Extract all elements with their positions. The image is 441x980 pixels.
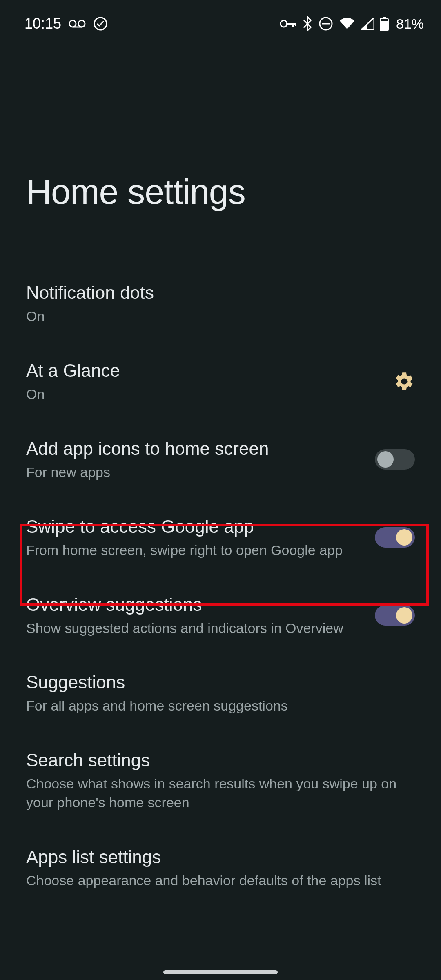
svg-point-1: [78, 20, 85, 27]
setting-suggestions[interactable]: Suggestions For all apps and home screen…: [0, 655, 441, 733]
voicemail-icon: [69, 19, 86, 29]
setting-title: At a Glance: [26, 359, 381, 382]
setting-add-icons[interactable]: Add app icons to home screen For new app…: [0, 421, 441, 499]
setting-title: Swipe to access Google app: [26, 515, 363, 538]
checkmark-circle-icon: [93, 16, 108, 31]
toggle-add-icons[interactable]: [375, 449, 415, 470]
setting-text: Search settings Choose what shows in sea…: [26, 749, 415, 812]
setting-subtitle: On: [26, 385, 381, 404]
setting-title: Apps list settings: [26, 846, 403, 868]
signal-icon: [361, 18, 374, 30]
setting-apps-list[interactable]: Apps list settings Choose appearance and…: [0, 829, 441, 907]
bluetooth-icon: [302, 16, 313, 31]
svg-rect-7: [295, 23, 296, 26]
setting-text: Add app icons to home screen For new app…: [26, 437, 375, 482]
setting-text: Swipe to access Google app From home scr…: [26, 515, 375, 560]
setting-search-settings[interactable]: Search settings Choose what shows in sea…: [0, 733, 441, 829]
svg-rect-12: [380, 21, 388, 31]
setting-text: Suggestions For all apps and home screen…: [26, 671, 415, 715]
status-right: 81%: [280, 16, 424, 32]
setting-notification-dots[interactable]: Notification dots On: [0, 265, 441, 343]
setting-title: Overview suggestions: [26, 593, 363, 616]
setting-title: Suggestions: [26, 671, 403, 693]
battery-percentage: 81%: [396, 16, 424, 32]
gear-icon[interactable]: [394, 371, 415, 392]
setting-subtitle: Show suggested actions and indicators in…: [26, 619, 363, 638]
setting-text: At a Glance On: [26, 359, 394, 404]
setting-subtitle: On: [26, 307, 403, 326]
battery-icon: [380, 17, 389, 31]
setting-subtitle: For all apps and home screen suggestions: [26, 697, 403, 715]
key-icon: [280, 19, 296, 28]
setting-text: Apps list settings Choose appearance and…: [26, 846, 415, 890]
svg-point-0: [69, 20, 76, 27]
setting-swipe-google[interactable]: Swipe to access Google app From home scr…: [0, 499, 441, 577]
page-title: Home settings: [0, 37, 441, 212]
svg-point-4: [281, 20, 287, 27]
setting-overview-suggestions[interactable]: Overview suggestions Show suggested acti…: [0, 577, 441, 655]
toggle-swipe-google[interactable]: [375, 527, 415, 548]
setting-subtitle: Choose appearance and behavior defaults …: [26, 871, 403, 890]
settings-list: Notification dots On At a Glance On Add …: [0, 212, 441, 907]
dnd-icon: [318, 16, 333, 31]
setting-at-a-glance[interactable]: At a Glance On: [0, 343, 441, 421]
svg-rect-6: [292, 23, 294, 27]
setting-subtitle: For new apps: [26, 463, 363, 482]
status-time: 10:15: [24, 15, 61, 32]
status-bar: 10:15 81%: [0, 0, 441, 37]
wifi-icon: [339, 18, 355, 30]
toggle-overview-suggestions[interactable]: [375, 605, 415, 626]
setting-title: Add app icons to home screen: [26, 437, 363, 460]
setting-title: Search settings: [26, 749, 403, 771]
setting-subtitle: Choose what shows in search results when…: [26, 775, 403, 812]
setting-subtitle: From home screen, swipe right to open Go…: [26, 541, 363, 560]
setting-title: Notification dots: [26, 281, 403, 304]
setting-text: Overview suggestions Show suggested acti…: [26, 593, 375, 638]
setting-text: Notification dots On: [26, 281, 415, 326]
navigation-handle[interactable]: [163, 970, 278, 974]
status-left: 10:15: [24, 15, 108, 32]
